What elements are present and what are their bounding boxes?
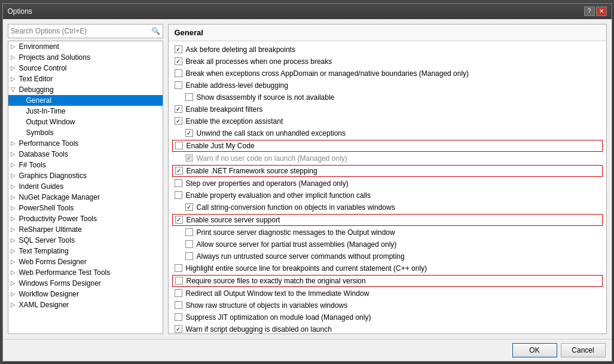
tree-arrow: ▷ [11, 151, 19, 157]
checkbox-opt24[interactable] [175, 325, 182, 333]
option-label-opt4: Enable address-level debugging [186, 81, 288, 90]
cancel-button[interactable]: Cancel [561, 343, 606, 357]
checkbox-opt4[interactable] [175, 81, 182, 89]
tree-item-debugging-jit[interactable]: Just-In-Time [8, 106, 163, 117]
option-row-opt9: Enable Just My Code [172, 140, 603, 152]
tree-item-windows-forms-designer[interactable]: ▷Windows Forms Designer [8, 278, 163, 289]
checkbox-opt22[interactable] [175, 301, 182, 309]
tree-item-debugging-symbols[interactable]: Symbols [8, 127, 163, 138]
tree-item-text-editor[interactable]: ▷Text Editor [8, 74, 163, 84]
option-label-opt14: Call string-conversion function on objec… [197, 203, 395, 212]
tree-item-web-performance-test[interactable]: ▷Web Performance Test Tools [8, 267, 163, 278]
option-row-opt12: Step over properties and operators (Mana… [169, 178, 606, 189]
option-label-opt18: Always run untrusted source server comma… [197, 252, 405, 261]
checkbox-opt3[interactable] [175, 69, 182, 77]
checkbox-opt9[interactable] [175, 142, 183, 149]
tree-item-label: Text Templating [19, 247, 160, 255]
tree-item-debugging-general[interactable]: General [8, 95, 163, 106]
tree-item-resharper[interactable]: ▷ReSharper Ultimate [8, 224, 163, 235]
option-label-opt5: Show disassembly if source is not availa… [197, 93, 335, 102]
checkbox-opt17[interactable] [185, 240, 193, 248]
option-label-opt21: Redirect all Output Window text to the I… [186, 289, 369, 298]
tree-item-performance-tools[interactable]: ▷Performance Tools [8, 138, 163, 149]
tree-item-label: F# Tools [19, 161, 160, 169]
checkbox-opt5[interactable] [185, 93, 193, 101]
option-row-opt18: Always run untrusted source server comma… [169, 250, 606, 262]
checkbox-opt8[interactable] [185, 129, 193, 137]
option-label-opt10: Warn if no user code on launch (Managed … [197, 154, 347, 163]
checkbox-opt18[interactable] [185, 252, 193, 260]
option-row-opt20: Require source files to exactly match th… [172, 275, 603, 287]
tree-item-fsharp-tools[interactable]: ▷F# Tools [8, 160, 163, 170]
tree-item-debugging[interactable]: ▽Debugging [8, 84, 163, 95]
ok-button[interactable]: OK [512, 343, 557, 357]
tree-item-label: Web Performance Test Tools [19, 268, 160, 277]
option-row-opt22: Show raw structure of objects in variabl… [169, 299, 606, 311]
checkbox-opt20[interactable] [175, 277, 183, 285]
option-label-opt11: Enable .NET Framework source stepping [187, 167, 317, 175]
tree-item-indent-guides[interactable]: ▷Indent Guides [8, 181, 163, 192]
checkbox-opt11[interactable] [175, 167, 183, 175]
tree-item-label: Performance Tools [19, 139, 160, 148]
title-bar: Options ? ✕ [3, 4, 612, 19]
option-row-opt23: Suppress JIT optimization on module load… [169, 311, 606, 323]
option-row-opt8: Unwind the call stack on unhandled excep… [169, 127, 606, 139]
left-panel: 🔍 ▷Environment▷Projects and Solutions▷So… [8, 24, 163, 334]
checkbox-opt12[interactable] [175, 179, 182, 187]
tree-arrow: ▷ [11, 258, 19, 265]
tree-item-web-forms-designer[interactable]: ▷Web Forms Designer [8, 256, 163, 267]
tree-item-text-templating[interactable]: ▷Text Templating [8, 246, 163, 256]
option-row-opt13: Enable property evaluation and other imp… [169, 189, 606, 201]
option-label-opt19: Highlight entire source line for breakpo… [186, 264, 427, 273]
tree-item-environment[interactable]: ▷Environment [8, 41, 163, 52]
tree-arrow: ▷ [11, 161, 19, 168]
checkbox-opt13[interactable] [175, 191, 182, 199]
tree-view[interactable]: ▷Environment▷Projects and Solutions▷Sour… [8, 41, 163, 334]
option-label-opt9: Enable Just My Code [187, 142, 255, 150]
search-input[interactable] [11, 27, 151, 35]
checkbox-opt6[interactable] [175, 105, 182, 113]
search-icon: 🔍 [151, 27, 160, 35]
option-row-opt1: Ask before deleting all breakpoints [169, 44, 606, 56]
checkbox-opt19[interactable] [175, 264, 182, 272]
checkbox-opt16[interactable] [185, 228, 193, 236]
tree-arrow: ▷ [11, 183, 19, 189]
tree-arrow: ▷ [11, 280, 19, 286]
tree-item-xaml-designer[interactable]: ▷XAML Designer [8, 299, 163, 310]
checkbox-opt14[interactable] [185, 203, 193, 211]
checkbox-opt2[interactable] [175, 57, 182, 65]
close-button[interactable]: ✕ [596, 7, 607, 16]
tree-arrow: ▷ [11, 172, 19, 179]
tree-item-source-control[interactable]: ▷Source Control [8, 63, 163, 74]
checkbox-opt15[interactable] [175, 216, 183, 224]
title-bar-buttons: ? ✕ [584, 7, 607, 16]
tree-arrow: ▷ [11, 65, 19, 71]
option-row-opt15: Enable source server support [172, 214, 603, 226]
tree-item-graphics-diagnostics[interactable]: ▷Graphics Diagnostics [8, 170, 163, 181]
tree-item-nuget-package-manager[interactable]: ▷NuGet Package Manager [8, 192, 163, 203]
help-button[interactable]: ? [584, 7, 595, 16]
tree-item-label: Projects and Solutions [19, 53, 160, 62]
option-row-opt6: Enable breakpoint filters [169, 103, 606, 115]
tree-item-workflow-designer[interactable]: ▷Workflow Designer [8, 289, 163, 299]
option-label-opt23: Suppress JIT optimization on module load… [186, 313, 371, 322]
tree-item-database-tools[interactable]: ▷Database Tools [8, 149, 163, 160]
tree-item-powershell-tools[interactable]: ▷PowerShell Tools [8, 203, 163, 213]
tree-item-debugging-output[interactable]: Output Window [8, 117, 163, 127]
tree-item-sql-server-tools[interactable]: ▷SQL Server Tools [8, 235, 163, 246]
tree-item-label: Indent Guides [19, 182, 160, 191]
tree-arrow: ▷ [11, 290, 19, 297]
checkbox-opt21[interactable] [175, 289, 182, 297]
tree-item-productivity-power-tools[interactable]: ▷Productivity Power Tools [8, 213, 163, 224]
tree-item-label: Symbols [26, 129, 160, 137]
checkbox-opt1[interactable] [175, 45, 182, 53]
checkbox-opt23[interactable] [175, 313, 182, 321]
options-dialog: Options ? ✕ 🔍 ▷Environment▷Projects and … [2, 3, 612, 362]
tree-item-label: PowerShell Tools [19, 204, 160, 212]
tree-arrow: ▷ [11, 215, 19, 222]
checkbox-opt7[interactable] [175, 117, 182, 125]
tree-item-projects-solutions[interactable]: ▷Projects and Solutions [8, 52, 163, 63]
search-box[interactable]: 🔍 [8, 24, 163, 38]
option-row-opt11: Enable .NET Framework source stepping [172, 165, 603, 177]
tree-arrow: ▷ [11, 54, 19, 60]
